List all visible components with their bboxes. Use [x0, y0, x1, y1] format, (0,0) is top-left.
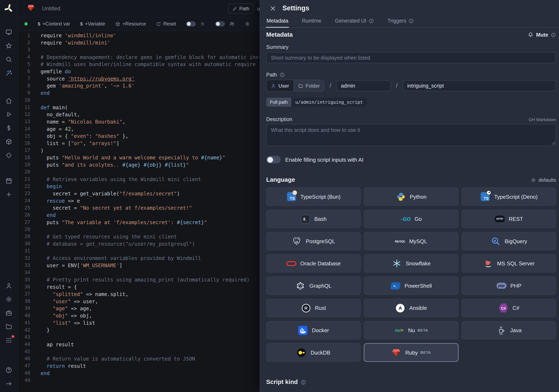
sidebar-item-collapse[interactable] [3, 378, 15, 389]
path-name-input[interactable] [403, 80, 556, 91]
close-icon[interactable] [269, 5, 276, 12]
sidebar-item-home[interactable] [3, 95, 15, 106]
tab-triggers[interactable]: Triggers [387, 17, 415, 27]
mute-button[interactable]: Mute [528, 32, 556, 38]
line-number: 29 [18, 233, 30, 240]
sidebar-item-runs[interactable] [3, 109, 15, 120]
owner-kind-segmented: User Folder [266, 80, 325, 91]
add-variable-button[interactable]: $ +Variable [80, 21, 105, 27]
language-option-postgresql[interactable]: PostgreSQL [266, 232, 361, 250]
sidebar-item-ai[interactable] [3, 67, 15, 78]
language-option-c[interactable]: C#C# [462, 299, 556, 317]
settings-title: Settings [282, 4, 309, 12]
sidebar-item-workspace[interactable] [3, 27, 15, 37]
language-option-bigquery[interactable]: BigQuery [462, 232, 556, 250]
language-option-java[interactable]: JavaJava [462, 321, 556, 339]
full-path-value: u/admin/intriguing_script [291, 98, 367, 107]
sidebar-item-resources[interactable] [3, 136, 15, 147]
line-number: 12 [18, 111, 30, 118]
go-icon: GO [401, 214, 411, 224]
line-number: 47 [18, 362, 30, 370]
language-option-typescript-bun[interactable]: TSTypeScript (Bun) [266, 188, 361, 206]
info-icon [280, 72, 285, 77]
sidebar-item-variables[interactable] [3, 123, 15, 133]
beta-badge: BETA [420, 351, 431, 355]
language-label: PowerShell [405, 283, 432, 289]
path-owner-input[interactable] [336, 80, 391, 91]
line-number: 23 [18, 190, 30, 197]
multiplayer-toggle[interactable] [215, 21, 225, 27]
language-option-mysql[interactable]: MySQLMySQL [364, 232, 458, 250]
tab-runtime[interactable]: Runtime [301, 17, 322, 27]
description-field-wrap [266, 124, 556, 146]
powershell-icon: >_ [391, 281, 401, 291]
owner-kind-user-button[interactable]: User [267, 80, 293, 91]
language-option-php[interactable]: phpPHP [462, 276, 556, 295]
tab-generated-ui[interactable]: Generated UI [334, 17, 374, 27]
language-option-nu[interactable]: nu>NuBETA [364, 321, 458, 339]
line-number: 35 [18, 276, 30, 283]
path-button[interactable]: Path [228, 3, 254, 14]
language-option-typescript-deno[interactable]: TSTypeScript (Deno) [462, 188, 556, 206]
sidebar-item-folders[interactable] [3, 321, 15, 332]
language-option-snowflake[interactable]: Snowflake [364, 254, 458, 273]
sidebar-item-help[interactable] [3, 365, 15, 375]
summary-input[interactable] [266, 52, 556, 63]
language-option-bash[interactable]: $_Bash [266, 210, 361, 228]
language-option-rust[interactable]: RRust [266, 299, 361, 317]
line-number: 3 [18, 46, 30, 54]
language-option-graphql[interactable]: GraphQL [266, 276, 361, 295]
path-label: Path [266, 72, 277, 78]
line-number: 15 [18, 132, 30, 140]
language-option-ms-sql-server[interactable]: MS SQL Server [462, 254, 556, 273]
ai-fill-toggle[interactable] [266, 156, 280, 163]
script-title-input[interactable]: Untitled [42, 5, 60, 11]
oracle-icon [286, 258, 296, 268]
sidebar-item-apps[interactable] [3, 335, 15, 346]
sidebar-item-search[interactable] [3, 54, 15, 64]
language-option-ansible[interactable]: AAnsible [364, 299, 458, 317]
language-option-go[interactable]: GOGo [364, 210, 458, 228]
language-option-rest[interactable]: HTTPREST [462, 210, 556, 228]
language-option-docker[interactable]: Docker [266, 321, 361, 339]
app-window: Untitled Path u/ $ +Context var $ +Varia… [0, 0, 559, 392]
sidebar-item-workers[interactable] [3, 307, 15, 318]
sidebar-item-create[interactable] [3, 189, 15, 200]
language-defaults-button[interactable]: defaults [531, 177, 556, 183]
diff-mode-toggle[interactable] [186, 21, 196, 27]
language-option-python[interactable]: Python [364, 188, 458, 206]
sidebar-item-workspace-settings[interactable] [3, 294, 15, 304]
language-option-ruby[interactable]: RubyBETA [364, 343, 458, 362]
postgresql-icon [292, 236, 302, 246]
line-number: 36 [18, 283, 30, 291]
sidebar-item-triggers[interactable] [3, 150, 15, 161]
language-option-oracle-database[interactable]: Oracle Database [266, 254, 361, 273]
sidebar-item-users[interactable] [3, 280, 15, 291]
full-path-badge: Full path u/admin/intriguing_script [266, 98, 367, 107]
tab-label: Triggers [387, 18, 406, 24]
reset-button[interactable]: Reset [156, 21, 176, 27]
ai-toggle-row: Enable filling script inputs with AI [266, 156, 556, 163]
editor-settings-gear-icon[interactable] [244, 21, 250, 27]
sidebar-item-schedules[interactable] [3, 175, 15, 186]
tab-metadata[interactable]: Metadata [266, 17, 289, 27]
windmill-logo-icon[interactable] [4, 3, 14, 15]
gh-markdown-label: GH Markdown [529, 117, 556, 122]
sidebar-item-favorites[interactable] [3, 40, 15, 51]
language-label: PostgreSQL [306, 238, 335, 244]
python-icon [396, 192, 406, 202]
language-label: Docker [312, 327, 329, 333]
add-context-var-button[interactable]: $ +Context var [38, 21, 70, 27]
add-resource-button[interactable]: +Resource [115, 21, 146, 27]
description-textarea[interactable] [266, 124, 556, 146]
line-number: 43 [18, 334, 30, 341]
owner-kind-folder-button[interactable]: Folder [293, 80, 324, 91]
graphql-icon [295, 281, 306, 291]
line-number: 20 [18, 168, 30, 176]
language-grid: TSTypeScript (Bun)PythonTSTypeScript (De… [266, 188, 556, 362]
language-label: Bash [314, 216, 326, 222]
language-option-duckdb[interactable]: DuckDB [266, 343, 361, 362]
path-separator: / [396, 82, 398, 89]
reset-icon [156, 21, 161, 26]
language-option-powershell[interactable]: >_PowerShell [364, 276, 458, 295]
